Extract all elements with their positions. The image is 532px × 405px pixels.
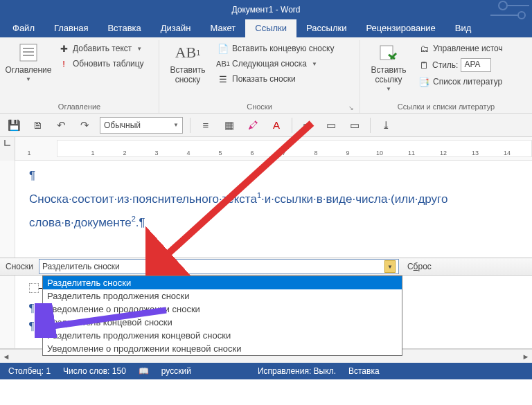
ruler-tick: 10 <box>376 150 383 156</box>
insert-citation-label: Вставить ссылку <box>364 65 413 84</box>
dropdown-option[interactable]: Разделитель продолжения сноски <box>43 289 402 303</box>
insert-citation-button[interactable]: Вставить ссылку ▼ <box>364 40 413 92</box>
ruler-tick: 12 <box>440 150 447 156</box>
bibliography-button[interactable]: 📑 Список литератур <box>416 75 506 89</box>
update-toc-button[interactable]: ! Обновить таблицу <box>55 57 147 71</box>
chevron-down-icon: ▼ <box>136 46 142 52</box>
next-footnote-button[interactable]: AB1 Следующая сноска ▼ <box>215 57 337 71</box>
toc-label: Оглавление <box>6 65 52 75</box>
ruler-tick: 11 <box>408 150 415 156</box>
borders-button[interactable]: ▦ <box>221 117 238 134</box>
tab-вид[interactable]: Вид <box>445 19 481 37</box>
insert-endnote-label: Вставить концевую сноску <box>232 44 334 53</box>
scroll-left-button[interactable]: ◄ <box>0 352 12 361</box>
doc-text-line1a: Сноска·состоит·из·пояснительного·текста <box>29 192 257 206</box>
dropdown-option[interactable]: Разделитель сноски <box>43 276 402 289</box>
style-icon: 🗒 <box>418 60 429 71</box>
group-label-footnotes: Сноски <box>247 102 272 111</box>
tab-вставка[interactable]: Вставка <box>98 19 150 37</box>
show-footnotes-button[interactable]: ☰ Показать сноски <box>215 72 337 86</box>
dropdown-option[interactable]: Уведомление о продолжении концевой сноск… <box>43 342 402 355</box>
document-body[interactable]: ¶ Сноска·состоит·из·пояснительного·текст… <box>0 161 532 258</box>
ruler-tick: 1 <box>27 150 30 156</box>
bibliography-icon: 📑 <box>418 76 429 87</box>
add-text-button[interactable]: ✚ Добавить текст ▼ <box>55 42 147 55</box>
tab-selector[interactable] <box>0 137 15 161</box>
status-track-changes[interactable]: Исправления: Выкл. <box>258 366 336 376</box>
dialog-launcher-icon[interactable]: ↘ <box>348 105 354 111</box>
view-btn-1[interactable]: ▭ <box>299 117 316 134</box>
ruler-area: 1123456789101112131415 <box>0 137 532 161</box>
pilcrow-icon: ¶ <box>29 302 34 314</box>
combo-dropdown-button[interactable]: ▼ <box>384 260 396 273</box>
tab-макет[interactable]: Макет <box>200 19 245 37</box>
view-btn-2[interactable]: ▭ <box>323 117 339 134</box>
pilcrow-icon: ¶ <box>139 215 145 228</box>
style-gallery-select[interactable]: Обычный ▼ <box>100 117 183 134</box>
page-break-button[interactable]: ⤓ <box>378 117 394 134</box>
group-footnotes: AB1 Вставить сноску 📄 Вставить концевую … <box>159 40 360 113</box>
tab-файл[interactable]: Файл <box>3 19 44 37</box>
ruler-tick: 4 <box>186 150 190 156</box>
ruler-tick: 1 <box>91 150 94 156</box>
separator <box>292 118 292 133</box>
tab-рецензирование[interactable]: Рецензирование <box>356 19 445 37</box>
horizontal-ruler[interactable]: 1123456789101112131415 <box>15 137 532 161</box>
footnote-separator-selected: Разделитель сноски <box>42 262 120 271</box>
tab-дизайн[interactable]: Дизайн <box>151 19 201 37</box>
quick-access-toolbar: 💾 🗎 ↶ ↷ Обычный ▼ ≡ ▦ 🖍 A ▭ ▭ ▭ ⤓ <box>0 114 532 137</box>
group-label-citations: Ссылки и списки литератур <box>364 101 528 113</box>
vertical-ruler[interactable] <box>0 161 15 258</box>
next-footnote-icon: AB1 <box>218 58 229 69</box>
status-word-count[interactable]: Число слов: 150 <box>63 366 126 376</box>
dropdown-option[interactable]: Разделитель концевой сноски <box>43 316 402 329</box>
redo-button[interactable]: ↷ <box>76 117 93 134</box>
status-proofing-icon[interactable]: 📖 <box>139 366 149 376</box>
doc-text-line2: слова·в·документе <box>29 215 132 228</box>
tab-рассылки[interactable]: Рассылки <box>296 19 356 37</box>
view-btn-3[interactable]: ▭ <box>346 117 363 134</box>
citation-icon <box>378 42 400 64</box>
highlight-button[interactable]: 🖍 <box>245 117 261 134</box>
status-language[interactable]: русский <box>161 366 191 376</box>
save-button[interactable]: 💾 <box>6 117 22 134</box>
insert-endnote-button[interactable]: 📄 Вставить концевую сноску <box>215 42 337 55</box>
title-decoration <box>490 0 532 19</box>
doc-text-line1b: ·и·ссылки·в·виде·числа·(или·друго <box>261 192 447 206</box>
ruler-tick: 13 <box>472 150 479 156</box>
footnote-icon: AB1 <box>177 42 199 64</box>
scroll-right-button[interactable]: ► <box>520 352 532 361</box>
dropdown-option[interactable]: Уведомление о продолжении сноски <box>43 303 402 316</box>
status-insert-mode[interactable]: Вставка <box>348 366 380 376</box>
style-label: Стиль: <box>432 60 458 70</box>
font-color-button[interactable]: A <box>268 117 285 134</box>
undo-button[interactable]: ↶ <box>53 117 69 134</box>
chevron-down-icon: ▼ <box>26 76 31 82</box>
new-doc-button[interactable]: 🗎 <box>29 117 46 134</box>
anchor-marker <box>29 283 39 293</box>
insert-footnote-button[interactable]: AB1 Вставить сноску <box>163 40 212 84</box>
tab-главная[interactable]: Главная <box>44 19 98 37</box>
ruler-tick: 7 <box>282 150 285 156</box>
align-left-button[interactable]: ≡ <box>197 117 214 134</box>
citation-style-row: 🗒 Стиль: APA <box>416 57 506 73</box>
dropdown-option[interactable]: Разделитель продолжения концевой сноски <box>43 329 402 342</box>
separator <box>370 118 371 133</box>
add-text-icon: ✚ <box>58 43 69 54</box>
group-toc: Оглавление ▼ ✚ Добавить текст ▼ ! Обнови… <box>0 40 159 113</box>
footnote-pane-label: Сноски <box>0 262 39 271</box>
refresh-icon: ! <box>58 58 69 69</box>
chevron-down-icon: ▼ <box>386 86 391 92</box>
ruler-tick: 9 <box>346 150 349 156</box>
footnote-separator-combo[interactable]: Разделитель сноски ▼ <box>39 259 399 274</box>
window-title: Документ1 - Word <box>231 5 300 15</box>
manage-sources-button[interactable]: 🗂 Управление источ <box>416 42 506 55</box>
vertical-ruler[interactable] <box>0 276 15 348</box>
toc-icon <box>17 42 39 64</box>
pilcrow-icon: ¶ <box>29 320 34 332</box>
toc-button[interactable]: Оглавление ▼ <box>4 40 53 82</box>
reset-button[interactable]: Сброс <box>399 262 440 271</box>
tab-ссылки[interactable]: Ссылки <box>245 19 296 37</box>
style-select[interactable]: APA <box>461 58 491 72</box>
status-column[interactable]: Столбец: 1 <box>8 366 51 376</box>
